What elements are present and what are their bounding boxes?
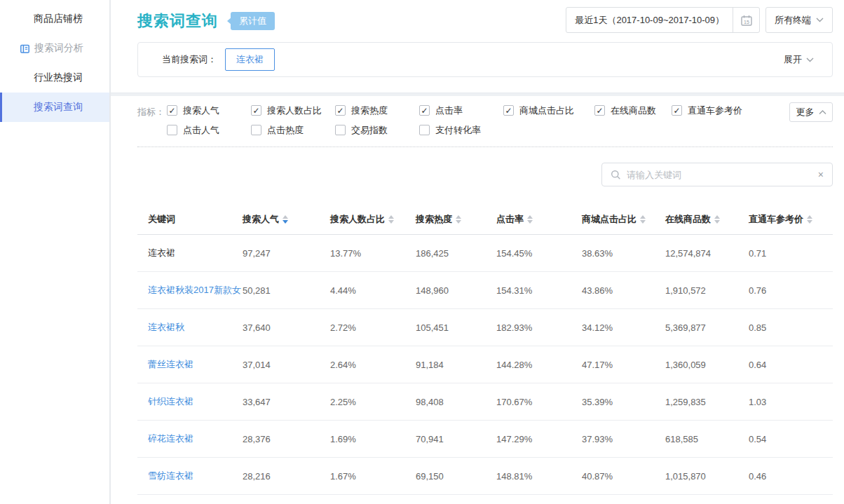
value-cell: 28,376	[243, 434, 330, 444]
sort-icon[interactable]	[283, 215, 288, 224]
sort-icon[interactable]	[388, 215, 394, 224]
indicator-checkbox[interactable]: 交易指数	[335, 124, 419, 136]
sort-desc-arrow	[456, 220, 461, 224]
sort-icon[interactable]	[640, 215, 646, 224]
sidebar-item-label: 商品店铺榜	[34, 13, 83, 25]
checkbox-checked-icon[interactable]: ✓	[594, 105, 605, 116]
sort-icon[interactable]	[714, 215, 720, 224]
sort-desc-arrow	[388, 220, 394, 224]
value-cell: 2.25%	[330, 397, 416, 407]
value-cell: 70,941	[416, 434, 496, 444]
column-header[interactable]: 点击率	[496, 213, 582, 226]
analysis-book-icon	[20, 43, 30, 54]
sort-asc-arrow	[714, 215, 720, 219]
value-cell: 0.46	[749, 471, 833, 482]
value-cell: 1,259,835	[665, 397, 749, 407]
indicator-checkbox[interactable]: ✓在线商品数	[594, 104, 672, 116]
expand-toggle[interactable]: 展开	[784, 53, 814, 66]
keyword-cell[interactable]: 连衣裙秋装2017新款女	[148, 284, 243, 297]
value-cell: 13.77%	[330, 248, 416, 259]
checkbox-unchecked-icon[interactable]	[335, 125, 346, 135]
clear-search-icon[interactable]: ×	[818, 170, 824, 179]
column-header[interactable]: 在线商品数	[665, 213, 749, 226]
column-header[interactable]: 搜索热度	[416, 213, 496, 226]
terminal-dropdown[interactable]: 所有终端	[765, 7, 833, 33]
sidebar-item-product-shop-ranking[interactable]: 商品店铺榜	[0, 4, 109, 34]
date-range-picker[interactable]: 最近1天（2017-10-09~2017-10-09） 15	[566, 7, 760, 33]
sidebar-item-search-term-analysis[interactable]: 搜索词分析	[0, 34, 109, 63]
app-root: 商品店铺榜搜索词分析行业热搜词搜索词查询 搜索词查询 累计值 最近1天（2017…	[0, 0, 844, 504]
header-zone: 搜索词查询 累计值 最近1天（2017-10-09~2017-10-09） 15	[111, 0, 844, 77]
value-cell: 148.81%	[496, 471, 582, 482]
indicator-checkbox[interactable]: ✓直通车参考价	[672, 104, 763, 116]
indicator-checkbox[interactable]: ✓搜索热度	[335, 104, 419, 116]
column-header[interactable]: 商城点击占比	[582, 213, 665, 226]
sort-desc-arrow	[283, 220, 288, 224]
chevron-up-icon	[819, 110, 826, 115]
indicator-checkbox[interactable]: ✓搜索人气	[167, 104, 251, 116]
keyword-cell[interactable]: 碎花连衣裙	[148, 433, 243, 445]
sort-icon[interactable]	[527, 215, 533, 224]
indicator-checkbox[interactable]: ✓点击率	[419, 104, 503, 116]
sidebar-item-label: 搜索词查询	[34, 101, 83, 114]
keywords-table: 关键词搜索人气搜索人数占比搜索热度点击率商城点击占比在线商品数直通车参考价 连衣…	[137, 204, 833, 495]
sort-icon[interactable]	[807, 215, 812, 224]
keyword-search-input[interactable]	[627, 170, 812, 180]
indicator-checkbox[interactable]: ✓搜索人数占比	[251, 104, 335, 116]
indicator-label: 商城点击占比	[519, 104, 574, 117]
value-cell: 40.87%	[582, 471, 665, 482]
column-header[interactable]: 搜索人气	[243, 213, 330, 226]
keyword-search-box[interactable]: ×	[601, 163, 833, 186]
calendar-button[interactable]: 15	[733, 8, 759, 32]
value-cell: 144.28%	[496, 360, 582, 370]
more-button[interactable]: 更多	[789, 102, 833, 122]
keyword-cell[interactable]: 雪纺连衣裙	[148, 470, 243, 482]
checkbox-unchecked-icon[interactable]	[419, 125, 430, 135]
table-row: 连衣裙秋装2017新款女50,2814.44%148,960154.31%43.…	[137, 272, 833, 309]
sidebar-item-industry-hot-search[interactable]: 行业热搜词	[0, 63, 109, 93]
keyword-cell[interactable]: 蕾丝连衣裙	[148, 358, 243, 371]
indicator-checkbox[interactable]: ✓商城点击占比	[503, 104, 594, 116]
value-cell: 186,425	[416, 248, 496, 259]
column-header[interactable]: 直通车参考价	[749, 213, 833, 226]
chevron-down-icon	[806, 57, 814, 62]
table-row: 连衣裙秋37,6402.72%105,451182.93%34.12%5,369…	[137, 309, 833, 346]
checkbox-checked-icon[interactable]: ✓	[167, 105, 177, 116]
value-cell: 2.72%	[330, 322, 416, 333]
table-row: 连衣裙97,24713.77%186,425154.45%38.63%12,57…	[137, 235, 833, 272]
value-cell: 37.93%	[582, 434, 665, 444]
checkbox-checked-icon[interactable]: ✓	[672, 105, 682, 116]
indicator-label: 搜索人数占比	[267, 104, 322, 117]
table-row: 雪纺连衣裙28,2161.67%69,150148.81%40.87%1,015…	[137, 458, 833, 495]
value-cell: 0.64	[749, 360, 833, 370]
column-header-label: 搜索人数占比	[330, 213, 385, 226]
sidebar-item-label: 搜索词分析	[34, 42, 83, 55]
value-cell: 98,408	[416, 397, 496, 407]
checkbox-checked-icon[interactable]: ✓	[335, 105, 346, 116]
indicator-label: 点击热度	[267, 124, 304, 137]
search-icon	[611, 170, 621, 180]
checkbox-checked-icon[interactable]: ✓	[251, 105, 261, 116]
sidebar-item-search-term-query[interactable]: 搜索词查询	[0, 93, 109, 122]
indicators-grid: ✓搜索人气✓搜索人数占比✓搜索热度✓点击率✓商城点击占比✓在线商品数✓直通车参考…	[167, 104, 763, 136]
sort-icon[interactable]	[456, 215, 461, 224]
more-button-label: 更多	[796, 106, 815, 118]
checkbox-checked-icon[interactable]: ✓	[419, 105, 430, 116]
keyword-cell[interactable]: 连衣裙秋	[148, 321, 243, 334]
checkbox-unchecked-icon[interactable]	[251, 125, 261, 135]
indicator-checkbox[interactable]: 点击热度	[251, 124, 335, 136]
current-term-button[interactable]: 连衣裙	[225, 48, 275, 71]
value-cell: 69,150	[416, 471, 496, 482]
value-cell: 170.67%	[496, 397, 582, 407]
column-header[interactable]: 搜索人数占比	[330, 213, 416, 226]
value-cell: 2.64%	[330, 360, 416, 370]
checkbox-checked-icon[interactable]: ✓	[503, 105, 514, 116]
indicator-checkbox[interactable]: 点击人气	[167, 124, 251, 136]
keyword-cell[interactable]: 针织连衣裙	[148, 395, 243, 408]
value-cell: 1.03	[749, 397, 833, 407]
value-cell: 12,574,874	[665, 248, 749, 259]
checkbox-unchecked-icon[interactable]	[167, 125, 177, 135]
sort-asc-arrow	[527, 215, 533, 219]
value-cell: 38.63%	[582, 248, 665, 259]
indicator-checkbox[interactable]: 支付转化率	[419, 124, 503, 136]
